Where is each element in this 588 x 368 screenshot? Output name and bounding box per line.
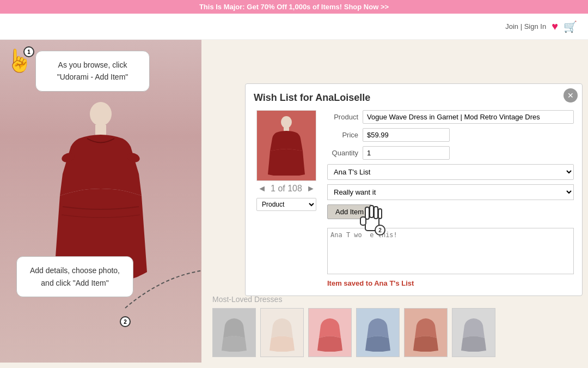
- wishlist-title: Wish List for AnaLoiselle: [254, 92, 574, 104]
- list-dropdown[interactable]: Ana T's List: [327, 164, 574, 180]
- main-area: ☝ 1 As you browse, click"Udorami - Add I…: [0, 40, 588, 363]
- bottom-section: Most-Loved Dresses: [201, 289, 588, 363]
- promo-banner[interactable]: This Is Major: Get 70% Off 1,000s of Ite…: [0, 0, 588, 14]
- tooltip-2-text: Add details, choose photo,and click "Add…: [30, 266, 120, 287]
- promo-text: This Is Major: Get 70% Off 1,000s of Ite…: [199, 3, 389, 11]
- product-label: Product: [327, 113, 363, 121]
- page-info: 1 of 108: [271, 184, 302, 194]
- product-area: ☝ 1 As you browse, click"Udorami - Add I…: [0, 40, 201, 363]
- close-button[interactable]: ✕: [564, 88, 578, 102]
- thumb-nav: ◄ 1 of 108 ►: [258, 184, 315, 194]
- thumb-blue[interactable]: [356, 308, 400, 357]
- priority-select-row: Really want it Want it Nice to have: [327, 184, 574, 200]
- badge-1: 1: [23, 46, 34, 57]
- product-type-dropdown[interactable]: Product: [256, 198, 316, 211]
- dress-thumbnails: [212, 308, 577, 357]
- quantity-row: Quantity: [327, 146, 574, 160]
- svg-rect-11: [378, 209, 382, 219]
- site-header: Join | Sign In ♥ 🛒: [0, 14, 588, 40]
- most-loved-title: Most-Loved Dresses: [212, 295, 577, 304]
- svg-point-0: [90, 102, 112, 126]
- right-area: ✕ Wish List for AnaLoiselle: [201, 40, 588, 363]
- badge-2: 2: [120, 316, 131, 327]
- quantity-input[interactable]: [363, 146, 450, 160]
- product-type-select-area: Product: [256, 198, 316, 211]
- form-area: Product Price Quantity: [327, 110, 574, 287]
- thumb-grey[interactable]: [452, 308, 495, 357]
- svg-rect-10: [374, 207, 378, 219]
- product-thumbnail: [256, 110, 316, 181]
- add-item-button[interactable]: Add Item: [327, 204, 372, 219]
- notes-textarea[interactable]: Ana T wo e this!: [327, 228, 574, 274]
- thumb-floral[interactable]: [260, 308, 304, 357]
- prev-button[interactable]: ◄: [258, 184, 266, 194]
- add-item-row: Add Item: [327, 204, 574, 224]
- product-input[interactable]: [363, 110, 574, 124]
- price-input[interactable]: [363, 128, 450, 142]
- quantity-label: Quantity: [327, 149, 363, 157]
- thumb-sparkle[interactable]: [212, 308, 256, 357]
- tooltip-1-text: As you browse, click"Udorami - Add Item": [57, 61, 128, 81]
- product-thumb-area: ◄ 1 of 108 ► Product: [254, 110, 319, 287]
- list-select-row: Ana T's List: [327, 164, 574, 180]
- saved-message: Item saved to Ana T's List: [327, 279, 574, 287]
- next-button[interactable]: ►: [307, 184, 315, 194]
- bag-icon[interactable]: 🛒: [564, 20, 577, 33]
- header-links: Join | Sign In ♥ 🛒: [505, 20, 577, 33]
- price-row: Price: [327, 128, 574, 142]
- join-signin-link[interactable]: Join | Sign In: [505, 22, 546, 31]
- thumb-dress-svg: [265, 116, 308, 176]
- svg-point-5: [281, 116, 292, 128]
- tooltip-bubble-1: As you browse, click"Udorami - Add Item": [35, 51, 150, 92]
- wishlist-panel: ✕ Wish List for AnaLoiselle: [245, 83, 583, 296]
- product-row: Product: [327, 110, 574, 124]
- wishlist-content: ◄ 1 of 108 ► Product Product: [254, 110, 574, 287]
- thumb-pink[interactable]: [308, 308, 352, 357]
- wishlist-icon[interactable]: ♥: [552, 20, 558, 33]
- priority-dropdown[interactable]: Really want it Want it Nice to have: [327, 184, 574, 200]
- thumb-coral[interactable]: [404, 308, 448, 357]
- tooltip-area-2: Add details, choose photo,and click "Add…: [16, 256, 133, 297]
- tooltip-bubble-2: Add details, choose photo,and click "Add…: [16, 256, 133, 297]
- price-label: Price: [327, 131, 363, 139]
- close-icon: ✕: [567, 91, 574, 100]
